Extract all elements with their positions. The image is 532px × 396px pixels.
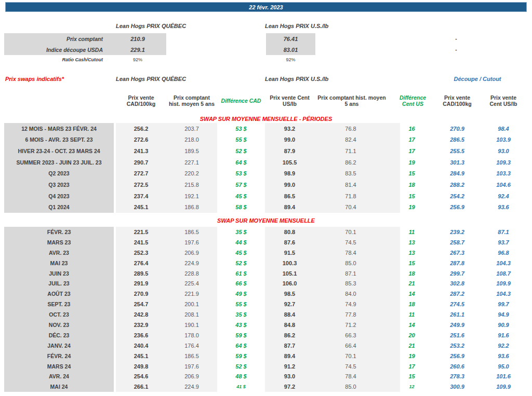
cutout-us-value: 93.0 — [483, 145, 524, 157]
table-row: Q4 2023 237.4 192.1 45 $ 86.5 71.8 15 25… — [4, 190, 524, 202]
prix-comptant-hist-cad-value: 220.2 — [166, 168, 217, 180]
table-row: Q3 2023 272.5 215.8 57 $ 99.0 81.4 18 28… — [4, 179, 524, 190]
cutout-cad-value: 299.7 — [431, 268, 483, 279]
header-prix-vente-us: Prix vente Cent US/lb — [265, 86, 314, 115]
prix-comptant-hist-cad-value: 227.1 — [166, 157, 217, 168]
row-label: Q3 2023 — [4, 179, 116, 190]
prix-vente-us-value: 99.0 — [265, 134, 314, 146]
table-row: AOÛT 23 270.9 221.9 49 $ 98.5 84.0 14 28… — [4, 289, 524, 299]
prix-comptant-hist-cad-value: 206.9 — [166, 248, 217, 258]
row-label: DÉC. 23 — [4, 330, 116, 340]
cutout-cad-value: 302.8 — [431, 278, 483, 289]
table-row: SEPT. 23 254.7 200.1 55 $ 92.7 74.9 18 2… — [4, 299, 524, 309]
prix-vente-cad-value: 240.4 — [116, 340, 166, 351]
prix-vente-us-value: 98.5 — [265, 289, 314, 299]
prix-vente-cad-value: 272.7 — [116, 168, 166, 180]
summary-us-value: 92% — [266, 55, 315, 64]
prix-comptant-hist-cad-value: 221.9 — [166, 289, 217, 299]
cutout-us-value: 91.6 — [483, 330, 524, 340]
cutout-cad-value: 249.9 — [431, 320, 483, 330]
table-row: SUMMER 2023 - JUIN 23 JUIL. 23 290.7 227… — [4, 157, 524, 168]
prix-vente-cad-value: 272.5 — [116, 179, 166, 190]
row-label: MARS 24 — [4, 361, 116, 372]
prix-vente-cad-value: 254.7 — [116, 299, 166, 309]
cutout-us-value: 104.3 — [483, 258, 524, 268]
table-row: MARS 24 249.8 197.6 52 $ 91.2 74.5 17 26… — [4, 361, 524, 372]
prix-comptant-hist-cad-value: 200.1 — [166, 299, 217, 309]
difference-us-value: 18 — [400, 299, 431, 309]
header-difference-us: Différence Cent US — [400, 86, 431, 115]
cutout-cad-value: 251.6 — [431, 330, 483, 340]
swaps-title: Prix swaps indicatifs* — [5, 76, 64, 82]
prix-comptant-hist-us-value: 85.3 — [314, 278, 400, 289]
prix-vente-cad-value: 236.6 — [116, 330, 166, 340]
prix-vente-cad-value: 241.3 — [116, 145, 166, 157]
table-row: MAI 24 266.1 224.9 41 $ 97.2 85.0 12 300… — [4, 381, 524, 392]
prix-vente-cad-value: 270.9 — [116, 289, 166, 299]
cutout-cad-value: 287.8 — [431, 258, 483, 268]
prix-vente-us-value: 100.3 — [265, 258, 314, 268]
cutout-us-value: 109.3 — [483, 157, 524, 168]
difference-us-value: 20 — [400, 330, 431, 340]
prix-comptant-hist-cad-value: 208.1 — [166, 309, 217, 320]
prix-comptant-hist-cad-value: 224.9 — [166, 258, 217, 268]
prix-comptant-hist-us-value: 66.4 — [314, 340, 400, 351]
row-label: MARS 23 — [4, 237, 116, 248]
table-row: NOV. 23 232.9 190.1 43 $ 84.8 71.2 14 24… — [4, 320, 524, 330]
prix-comptant-hist-us-value: 78.4 — [314, 371, 400, 381]
prix-comptant-hist-us-value: 74.9 — [314, 299, 400, 309]
difference-us-value: 12 — [400, 381, 431, 392]
difference-us-value: 15 — [400, 371, 431, 381]
prix-vente-us-value: 87.9 — [265, 145, 314, 157]
prix-vente-cad-value: 266.1 — [116, 381, 166, 392]
prix-vente-cad-value: 241.5 — [116, 237, 166, 248]
prix-comptant-hist-us-value: 85.0 — [314, 381, 400, 392]
difference-cad-value: 43 $ — [217, 320, 265, 330]
cutout-cad-value: 255.5 — [431, 145, 483, 157]
prix-comptant-hist-us-value: 71.2 — [314, 320, 400, 330]
header-prix-comptant-hist-cad: Prix comptant hist. moyen 5 ans — [166, 86, 217, 115]
prix-vente-us-value: 89.4 — [265, 201, 314, 213]
table-row: Q1 2024 245.1 186.8 58 $ 89.4 70.4 19 25… — [4, 201, 524, 213]
prix-vente-us-value: 97.2 — [265, 381, 314, 392]
prix-comptant-hist-cad-value: 178.0 — [166, 330, 217, 340]
group-header-us: Lean Hogs PRIX U.S./lb — [265, 76, 328, 82]
column-headers: Prix vente CAD/100kg Prix comptant hist.… — [4, 86, 524, 115]
prix-vente-cad-value: 252.3 — [116, 248, 166, 258]
prix-vente-us-value: 93.0 — [265, 371, 314, 381]
difference-cad-value: 52 $ — [217, 145, 265, 157]
prix-comptant-hist-cad-value: 228.8 — [166, 268, 217, 279]
prix-vente-us-value: 86.5 — [265, 190, 314, 202]
cutout-us-value: 101.6 — [483, 371, 524, 381]
prix-vente-us-value: 80.8 — [265, 227, 314, 237]
row-label: Q1 2024 — [4, 201, 116, 213]
cutout-us-value: 87.1 — [483, 227, 524, 237]
prix-vente-cad-value: 291.9 — [116, 278, 166, 289]
row-label: AOÛT 23 — [4, 289, 116, 299]
header-cutout-us: Prix vente Cent US/lb — [483, 86, 524, 115]
prix-comptant-hist-us-value: 71.1 — [314, 145, 400, 157]
cutout-us-value: 93.7 — [483, 237, 524, 248]
cutout-cad-value: 288.2 — [431, 179, 483, 190]
prix-comptant-hist-us-value: 76.8 — [314, 123, 400, 134]
difference-us-value: 17 — [400, 134, 431, 146]
prix-vente-us-value: 105.1 — [265, 268, 314, 279]
prix-comptant-hist-us-value: 74.5 — [314, 237, 400, 248]
prix-comptant-hist-us-value: 82.4 — [314, 134, 400, 146]
difference-cad-value: 53 $ — [217, 168, 265, 180]
row-label: JUIN 23 — [4, 268, 116, 279]
header-spacer — [4, 86, 116, 115]
difference-cad-value: 45 $ — [217, 248, 265, 258]
cutout-us-value: 95.0 — [483, 361, 524, 372]
difference-cad-value: 58 $ — [217, 201, 265, 213]
summary-row-prix-comptant: Prix comptant 210.9 76.41 - — [0, 33, 532, 44]
difference-cad-value: 59 $ — [217, 351, 265, 361]
row-label: SEPT. 23 — [4, 299, 116, 309]
table-row: AVR. 24 254.6 206.9 48 $ 93.0 78.4 15 27… — [4, 371, 524, 381]
summary-quebec-box: Ratio Cash/Cutout 92% — [4, 55, 166, 64]
periods-table: 12 MOIS - MARS 23 FÉVR. 24 256.2 203.7 5… — [4, 123, 524, 213]
row-label: SUMMER 2023 - JUIN 23 JUIL. 23 — [4, 157, 116, 168]
row-label: Q2 2023 — [4, 168, 116, 180]
difference-cad-value: 49 $ — [217, 289, 265, 299]
row-label: 6 MOIS - AVR. 23 SEPT. 23 — [4, 134, 116, 146]
